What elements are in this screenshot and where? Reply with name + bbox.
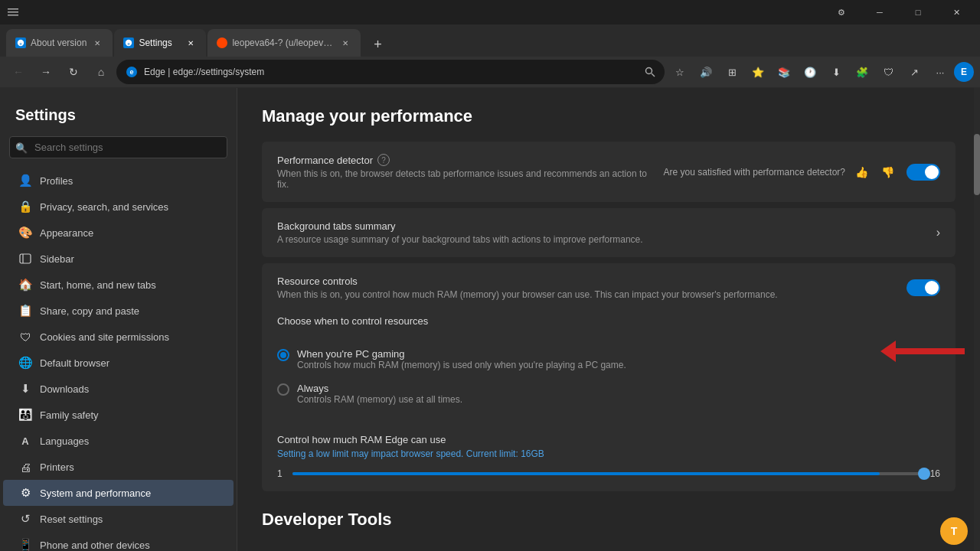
sidebar-item-downloads[interactable]: ⬇ Downloads xyxy=(3,376,234,402)
title-bar: ⚙ ─ □ ✕ xyxy=(0,0,980,24)
arrow-body xyxy=(896,348,965,354)
radio-option-always[interactable]: Always Controls RAM (memory) use at all … xyxy=(277,377,940,411)
svg-rect-2 xyxy=(8,15,18,16)
tab-settings-label: Settings xyxy=(139,37,180,48)
favorites-button[interactable]: ☆ xyxy=(668,60,692,84)
tab-settings[interactable]: e Settings ✕ xyxy=(114,29,206,57)
history-button[interactable]: 🕐 xyxy=(798,60,822,84)
background-tabs-desc: A resource usage summary of your backgro… xyxy=(277,234,927,245)
appearance-icon: 🎨 xyxy=(18,226,32,240)
sidebar-item-privacy[interactable]: 🔒 Privacy, search, and services xyxy=(3,194,234,220)
tab-about-close[interactable]: ✕ xyxy=(91,37,103,49)
scrollbar-track xyxy=(974,88,980,551)
resource-controls-toggle[interactable] xyxy=(906,279,940,296)
refresh-button[interactable]: ↻ xyxy=(61,60,86,84)
tab-reddit-close[interactable]: ✕ xyxy=(339,37,351,49)
slider-thumb[interactable] xyxy=(918,468,930,480)
red-arrow-annotation xyxy=(880,341,965,362)
address-bar[interactable]: e Edge | edge://settings/system xyxy=(116,60,665,84)
performance-detector-action: Are you satisfied with performance detec… xyxy=(664,162,940,182)
sidebar-item-printers-label: Printers xyxy=(40,461,74,473)
slider-container: 1 16 xyxy=(277,468,940,479)
browser-essentials-button[interactable]: 🛡 xyxy=(876,60,900,84)
sidebar-item-profiles[interactable]: 👤 Profiles xyxy=(3,168,234,194)
svg-rect-11 xyxy=(20,254,31,263)
sidebar-item-cookies-label: Cookies and site permissions xyxy=(40,331,169,343)
forward-button[interactable]: → xyxy=(34,60,58,84)
minimize-button[interactable]: ─ xyxy=(862,0,897,24)
sidebar: Settings 🔍 👤 Profiles 🔒 Privacy, search,… xyxy=(0,88,237,551)
feedback-text: Are you satisfied with performance detec… xyxy=(664,167,845,178)
sidebar-item-system[interactable]: ⚙ System and performance xyxy=(3,480,234,506)
sidebar-item-default-browser[interactable]: 🌐 Default browser xyxy=(3,350,234,376)
thumbs-down-button[interactable]: 👎 xyxy=(877,162,897,182)
favorites-sidebar-button[interactable]: ⭐ xyxy=(746,60,770,84)
performance-detector-toggle[interactable] xyxy=(906,164,940,181)
sidebar-item-reset[interactable]: ↺ Reset settings xyxy=(3,506,234,532)
split-screen-button[interactable]: ⊞ xyxy=(720,60,744,84)
slider-fill xyxy=(292,472,880,475)
sidebar-item-profiles-label: Profiles xyxy=(40,175,73,187)
slider-min-label: 1 xyxy=(277,468,286,479)
sidebar-item-printers[interactable]: 🖨 Printers xyxy=(3,454,234,480)
svg-text:e: e xyxy=(128,41,130,46)
tab-reddit[interactable]: leopeva64-? (u/leopeva64-?) - ✕ xyxy=(207,29,361,57)
background-tabs-card[interactable]: Background tabs summary A resource usage… xyxy=(262,208,956,257)
tab-about[interactable]: e About version ✕ xyxy=(6,29,113,57)
sidebar-item-cookies[interactable]: 🛡 Cookies and site permissions xyxy=(3,324,234,350)
sidebar-item-languages[interactable]: A Languages xyxy=(3,428,234,454)
sidebar-item-family[interactable]: 👨‍👩‍👧 Family safety xyxy=(3,402,234,428)
tab-settings-close[interactable]: ✕ xyxy=(185,37,197,49)
sidebar-item-phone[interactable]: 📱 Phone and other devices xyxy=(3,532,234,551)
radio-always-content: Always Controls RAM (memory) use at all … xyxy=(297,383,462,405)
performance-detector-info-icon[interactable]: ? xyxy=(377,154,390,166)
close-button[interactable]: ✕ xyxy=(939,0,974,24)
performance-detector-content: Performance detector ? When this is on, … xyxy=(277,154,655,190)
search-settings-input[interactable] xyxy=(9,136,227,158)
sidebar-item-sidebar[interactable]: Sidebar xyxy=(3,246,234,272)
main-layout: Settings 🔍 👤 Profiles 🔒 Privacy, search,… xyxy=(0,88,980,551)
thumbs-up-button[interactable]: 👍 xyxy=(851,162,871,182)
background-tabs-row[interactable]: Background tabs summary A resource usage… xyxy=(262,208,956,257)
radio-gaming-label: When you're PC gaming xyxy=(297,348,626,360)
performance-detector-desc: When this is on, the browser detects tab… xyxy=(277,168,655,190)
choose-label: Choose when to control resources xyxy=(262,312,956,333)
downloads-toolbar-button[interactable]: ⬇ xyxy=(824,60,848,84)
read-aloud-button[interactable]: 🔊 xyxy=(694,60,718,84)
sidebar-item-start-home-label: Start, home, and new tabs xyxy=(40,279,156,291)
system-icon: ⚙ xyxy=(18,486,32,500)
resource-controls-content: Resource controls When this is on, you c… xyxy=(277,276,897,300)
sidebar-item-family-label: Family safety xyxy=(40,409,99,421)
phone-icon: 📱 xyxy=(18,538,32,551)
extensions-button[interactable]: 🧩 xyxy=(850,60,874,84)
profile-button[interactable]: E xyxy=(954,62,974,82)
page-title: Manage your performance xyxy=(262,106,956,126)
svg-point-9 xyxy=(646,68,652,74)
collections-button[interactable]: 📚 xyxy=(772,60,796,84)
tab-bar: e About version ✕ e Settings ✕ leopeva64… xyxy=(0,24,980,57)
address-text: Edge | edge://settings/system xyxy=(144,67,639,77)
share-icon: 📋 xyxy=(18,304,32,318)
back-button[interactable]: ← xyxy=(6,60,31,84)
new-tab-button[interactable]: + xyxy=(365,32,390,57)
performance-detector-row: Performance detector ? When this is on, … xyxy=(262,142,956,202)
sidebar-icon xyxy=(18,252,32,266)
languages-icon: A xyxy=(18,434,32,448)
share-button[interactable]: ↗ xyxy=(902,60,926,84)
home-button[interactable]: ⌂ xyxy=(89,60,113,84)
sidebar-item-start-home[interactable]: 🏠 Start, home, and new tabs xyxy=(3,272,234,298)
radio-option-gaming[interactable]: When you're PC gaming Controls how much … xyxy=(277,342,940,377)
slider-current-value: 16GB xyxy=(521,448,544,459)
sidebar-toggle-icon[interactable] xyxy=(6,5,20,19)
start-home-icon: 🏠 xyxy=(18,278,32,292)
slider-title: Control how much RAM Edge can use xyxy=(277,434,940,445)
sidebar-item-appearance[interactable]: 🎨 Appearance xyxy=(3,220,234,246)
settings-icon[interactable]: ⚙ xyxy=(824,0,859,24)
scrollbar-thumb[interactable] xyxy=(974,134,980,195)
more-button[interactable]: ··· xyxy=(928,60,952,84)
maximize-button[interactable]: □ xyxy=(900,0,936,24)
performance-detector-title: Performance detector ? xyxy=(277,154,655,166)
sidebar-item-share[interactable]: 📋 Share, copy and paste xyxy=(3,298,234,324)
slider-track[interactable] xyxy=(292,472,924,475)
dev-tools-title: Developer Tools xyxy=(262,510,956,530)
